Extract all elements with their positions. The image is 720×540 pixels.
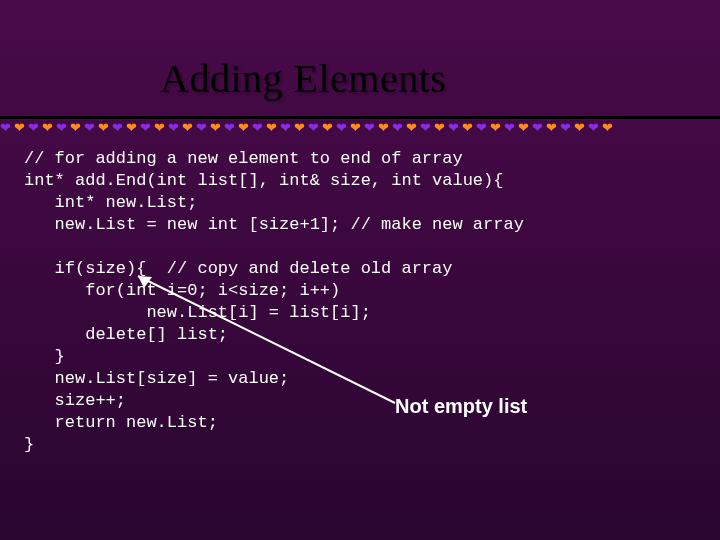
divider-line [0,116,720,119]
code-block: // for adding a new element to end of ar… [24,148,704,456]
annotation-text: Not empty list [395,395,527,418]
slide-title: Adding Elements [160,55,446,102]
heart-divider: ❤❤❤❤❤❤❤❤❤❤❤❤❤❤❤❤❤❤❤❤❤❤❤❤❤❤❤❤❤❤❤❤❤❤❤❤❤❤❤❤… [0,121,720,135]
slide: Adding Elements ❤❤❤❤❤❤❤❤❤❤❤❤❤❤❤❤❤❤❤❤❤❤❤❤… [0,0,720,540]
